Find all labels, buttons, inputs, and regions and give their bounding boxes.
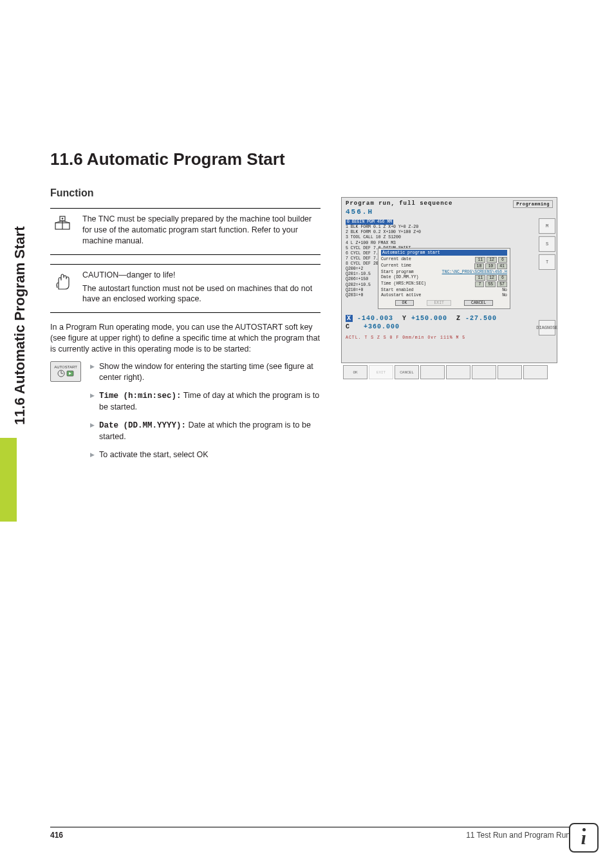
machine-book-icon — [51, 214, 73, 249]
side-s[interactable]: S — [539, 236, 555, 252]
coord-z: -27.500 — [465, 315, 497, 322]
info-icon: ı — [569, 823, 599, 853]
popup-startprog-label: Start program — [381, 270, 414, 274]
softkey-ok[interactable]: OK — [343, 365, 367, 379]
popup-curdate-label: Current date — [381, 257, 411, 263]
ss-line-1: 1 BLK FORM 0.1 Z X+0 Y+0 Z-20 — [346, 225, 532, 230]
softkey-empty-2 — [446, 365, 470, 379]
step-3-label: Date (DD.MM.YYYY): — [99, 421, 186, 430]
page-edge-tab — [0, 438, 17, 522]
ss-line-2: 2 BLK FORM 0.2 X+100 Y+100 Z+0 — [346, 230, 532, 235]
machine-note-text: The TNC must be specially prepared by th… — [82, 214, 319, 249]
popup-cancel-button[interactable]: CANCEL — [464, 300, 493, 306]
softkey-empty-5 — [523, 365, 548, 379]
step-3: Date (DD.MM.YYYY): Date at which the pro… — [90, 420, 321, 443]
ss-position-readout: X -140.003 Y +150.000 Z -27.500 C +360.0… — [346, 315, 497, 330]
step-2-label: Time (h:min:sec): — [99, 392, 181, 401]
softkey-empty-3 — [472, 365, 496, 379]
svg-point-3 — [62, 218, 64, 220]
popup-curtime-label: Current time — [381, 263, 411, 269]
autostart-softkey-icon: AUTOSTART — [50, 361, 81, 382]
side-diagnose[interactable]: DIAGNOSE — [539, 320, 555, 335]
caution-title: CAUTION—danger to life! — [82, 270, 319, 281]
ss-right-softkeys: M S T DIAGNOSE — [539, 217, 555, 346]
softkey-cancel[interactable]: CANCEL — [395, 365, 419, 379]
popup-active-label: Autostart active — [381, 293, 421, 297]
softkey-empty-1 — [420, 365, 445, 379]
ss-header: Program run, full sequence Programming — [342, 198, 557, 208]
popup-curtime-fields: 101041 — [474, 263, 507, 269]
side-t[interactable]: T — [539, 254, 555, 270]
procedure-list: Show the window for entering the startin… — [90, 361, 321, 467]
ss-program-name: 456.H — [342, 208, 557, 217]
popup-exit-button[interactable]: EXIT — [427, 300, 451, 306]
caution-note-text: CAUTION—danger to life! The autostart fu… — [82, 270, 319, 308]
popup-date-fields: 11126 — [475, 275, 507, 281]
popup-enabled-label: Start enabled — [381, 288, 414, 292]
coord-c: +360.000 — [364, 323, 400, 330]
ss-line-4: 4 L Z+100 R0 FMAX M3 — [346, 241, 532, 246]
caution-note-box: CAUTION—danger to life! The autostart fu… — [50, 264, 321, 314]
ss-bottom-softkeys: OK EXIT CANCEL — [342, 364, 549, 381]
coord-y: +150.000 — [411, 315, 447, 322]
popup-ok-button[interactable]: OK — [395, 300, 414, 306]
popup-date-label: Date (DD.MM.YY) — [381, 275, 419, 281]
softkey-empty-4 — [498, 365, 522, 379]
ss-status-line: ACTL. T S Z S 0 F 0mm/min Ovr 111% M 5 — [346, 335, 532, 340]
popup-heading: Automatic program start — [381, 250, 507, 256]
intro-paragraph: In a Program Run operating mode, you can… — [50, 322, 321, 355]
procedure-row: AUTOSTART Show the window for entering t… — [50, 361, 321, 467]
coord-x: -140.003 — [357, 315, 393, 322]
ss-line-3: 3 TOOL CALL 10 Z S1200 — [346, 235, 532, 240]
autostart-popup: Automatic program start Current date 111… — [378, 248, 510, 309]
page-number: 416 — [50, 831, 63, 840]
ss-mode: Programming — [513, 200, 553, 208]
tnc-screenshot: Program run, full sequence Programming 4… — [341, 197, 557, 363]
step-2: Time (h:min:sec): Time of day at which t… — [90, 390, 321, 413]
page-footer: 416 11 Test Run and Program Run — [0, 831, 614, 840]
popup-enabled-value: No — [502, 288, 507, 292]
machine-note-box: The TNC must be specially prepared by th… — [50, 208, 321, 255]
popup-startprog-path: TNC:\NC_PROG\SCREENS\456.H — [442, 270, 507, 274]
popup-curdate-fields: 11126 — [475, 257, 507, 263]
section-heading: 11.6 Automatic Program Start — [50, 149, 565, 169]
ss-title: Program run, full sequence — [346, 200, 452, 208]
popup-time-label: Time (HRS:MIN:SEC) — [381, 281, 426, 287]
chapter-title: 11 Test Run and Program Run — [466, 831, 570, 840]
popup-time-fields: 75557 — [475, 281, 507, 287]
caution-hand-icon — [51, 270, 73, 308]
footer-rule — [50, 827, 588, 827]
machine-note-para: The TNC must be specially prepared by th… — [82, 214, 319, 247]
step-1: Show the window for entering the startin… — [90, 361, 321, 384]
step-4: To activate the start, select OK — [90, 449, 321, 461]
popup-buttons: OK EXIT CANCEL — [381, 300, 507, 306]
caution-body: The autostart function must not be used … — [82, 283, 319, 305]
side-running-title: 11.6 Automatic Program Start — [12, 227, 28, 426]
softkey-exit[interactable]: EXIT — [369, 365, 393, 379]
step-1-text: Show the window for entering the startin… — [99, 362, 313, 382]
step-4-text: To activate the start, select OK — [99, 450, 209, 459]
popup-active-value: No — [502, 293, 507, 297]
side-m[interactable]: M — [539, 218, 555, 234]
ss-body: 0 BEGIN PGM 456 MM 1 BLK FORM 0.1 Z X+0 … — [342, 217, 557, 346]
ss-line-0: 0 BEGIN PGM 456 MM — [346, 220, 393, 225]
